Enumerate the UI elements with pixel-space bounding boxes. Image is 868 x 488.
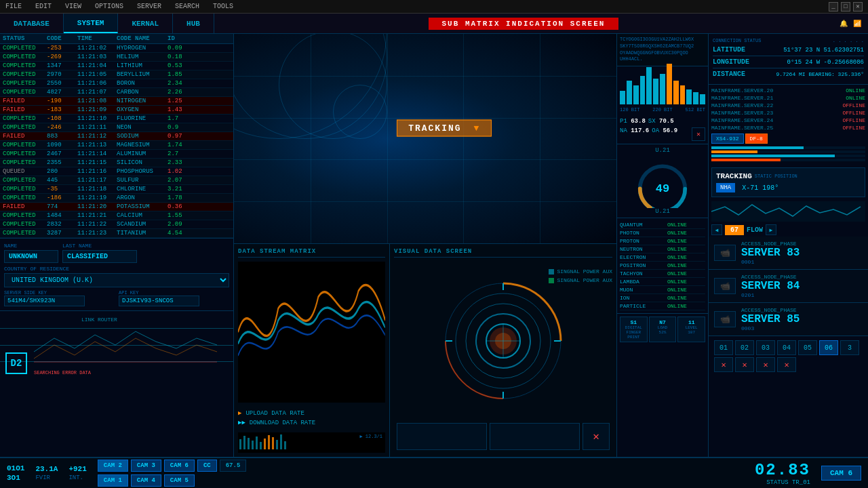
quantum-row: LAMBDA ONLINE 3502: [620, 278, 705, 286]
last-name-input[interactable]: [62, 250, 137, 263]
access-nodes: ACCESS_NODE_PHASE SERVER 83 0001 ACCESS_…: [709, 237, 868, 336]
menu-tools[interactable]: TOOLS: [213, 3, 233, 10]
bottom-label5: INT.: [68, 474, 86, 481]
histogram-bar: [667, 64, 672, 104]
upload-arrow-icon: ▶: [238, 409, 241, 417]
window-controls: _ □ ✕: [829, 2, 863, 12]
table-row: COMPLETED 2832 11:21:22 SCANDIUM 2.09: [0, 220, 233, 229]
vis-bar1: [397, 423, 487, 450]
bottom-val3: 23.1A: [35, 465, 58, 473]
tab-system[interactable]: SYSTEM: [64, 14, 119, 33]
metrics-row: P1 63.8 SX 70.5: [617, 115, 708, 127]
tab-kernal[interactable]: KERNAL: [118, 14, 173, 33]
flow-chart: [711, 201, 865, 222]
server-bars: [711, 146, 865, 161]
tab-database[interactable]: DATABASE: [0, 14, 64, 33]
center-panel: TRACKING ▼ DATA STREAM MATRIX: [234, 34, 617, 457]
wave-visualization: [238, 262, 385, 403]
cross-btn-4[interactable]: ✕: [777, 357, 796, 372]
radar-background: TRACKING ▼: [234, 34, 616, 243]
wifi-icon: 📶: [853, 20, 861, 28]
server-section: MAINFRAME.SERVER.20 ONLINE MAINFRAME.SER…: [709, 85, 868, 165]
access-node-85: ACCESS_NODE_PHASE SERVER 85 0003: [709, 303, 868, 336]
menu-edit[interactable]: EDIT: [35, 3, 52, 10]
table-row: COMPLETED 2467 11:21:14 ALUMINUM 2.7: [0, 150, 233, 159]
close-button[interactable]: ✕: [853, 2, 863, 12]
tabbar: DATABASE SYSTEM KERNAL HUB SUB MATRIX IN…: [0, 14, 868, 34]
cc-btn[interactable]: CC: [197, 460, 217, 472]
menu-file[interactable]: FILE: [5, 3, 22, 10]
cross-btn-3[interactable]: ✕: [756, 357, 775, 372]
col-id: ID: [167, 35, 191, 42]
stat-n7: N7 LOAD52%: [649, 317, 677, 342]
gauge-top-label: U.21: [655, 147, 670, 154]
menu-view[interactable]: VIEW: [65, 3, 81, 10]
close-metrics-btn[interactable]: ✕: [692, 127, 705, 141]
minimize-button[interactable]: _: [829, 2, 838, 12]
cam-3-btn[interactable]: CAM 3: [131, 460, 161, 472]
quantum-row: PARTICLE ONLINE 8654: [620, 302, 705, 310]
main-content: STATUS CODE TIME CODE NAME ID COMPLETED …: [0, 34, 868, 457]
table-row: FAILED 774 11:21:20 POTASSIUM 0.36: [0, 203, 233, 211]
cam-5-btn[interactable]: CAM 5: [164, 474, 195, 487]
gauge-right-label: U.21: [655, 208, 670, 215]
xs4-932-btn[interactable]: XS4-932: [711, 134, 744, 144]
histogram-bar: [686, 89, 692, 104]
flow-label: FLOW: [747, 226, 763, 234]
api-key-input[interactable]: [119, 296, 199, 306]
first-name-input[interactable]: [4, 250, 58, 263]
cam-2-btn[interactable]: CAM 2: [98, 460, 128, 472]
maximize-button[interactable]: □: [841, 2, 850, 12]
svg-rect-3: [248, 438, 250, 449]
svg-text:49: 49: [656, 182, 670, 195]
conn-status-label: CONNECTION STATUS: [713, 38, 761, 43]
col-code: CODE: [47, 35, 77, 42]
flow-prev-btn[interactable]: ◀: [711, 224, 722, 235]
cam-icon-83: [714, 245, 736, 261]
cam-4-btn[interactable]: CAM 4: [131, 474, 161, 487]
tab-hub[interactable]: HUB: [173, 14, 214, 33]
data-table: STATUS CODE TIME CODE NAME ID COMPLETED …: [0, 34, 233, 238]
num-btn-06[interactable]: 06: [819, 340, 838, 355]
cross-btn-2[interactable]: ✕: [735, 357, 754, 372]
num-btn-04[interactable]: 04: [777, 340, 796, 355]
num-btn-3[interactable]: 3: [840, 340, 859, 355]
cam6-badge[interactable]: CAM 6: [821, 466, 861, 481]
svg-rect-10: [276, 440, 278, 449]
quantum-rows: QUANTUM ONLINE 2174 PHOTON ONLINE 5242 P…: [620, 221, 705, 310]
table-row: FAILED -190 11:21:08 NITROGEN 1.25: [0, 97, 233, 106]
quantum-row: MUON ONLINE 6842: [620, 286, 705, 294]
table-row: QUEUED 280 11:21:16 PHOSPHORUS 1.02: [0, 167, 233, 176]
table-row: COMPLETED -246 11:21:11 NEON 0.9: [0, 123, 233, 132]
radar-section: TRACKING ▼: [234, 34, 616, 244]
metric-na: NA 117.6: [620, 127, 649, 141]
df8-btn[interactable]: DF-8: [745, 134, 768, 144]
num-btn-03[interactable]: 03: [756, 340, 775, 355]
quantum-section: QUANTUM ONLINE 2174 PHOTON ONLINE 5242 P…: [617, 218, 708, 313]
num-btn-02[interactable]: 02: [735, 340, 754, 355]
right-panel: TCYOG0GI3O3GU1VA2ZAH2LLW6X SKY7T5O8RGQXS…: [617, 34, 709, 457]
country-select[interactable]: UNITED KINGDOM (U.K): [4, 273, 229, 287]
quantum-row: PHOTON ONLINE 5242: [620, 229, 705, 237]
vis-close[interactable]: ✕: [583, 423, 610, 450]
gps-dist-row: DISTANCE 9.7264 MI BEARING: 325.336°: [713, 70, 864, 78]
time-display: 02.83 STATUS TR_01: [755, 461, 810, 486]
table-row: COMPLETED 1347 11:21:04 LITHIUM 0.53: [0, 62, 233, 70]
menu-options[interactable]: OPTIONS: [95, 3, 123, 10]
tracking-arrow: ▼: [473, 123, 480, 134]
menu-server[interactable]: SERVER: [137, 3, 161, 10]
flow-next-btn[interactable]: ▶: [766, 224, 776, 235]
bell-icon[interactable]: 🔔: [840, 20, 848, 28]
menu-search[interactable]: SEARCH: [175, 3, 199, 10]
server-item: MAINFRAME.SERVER.21 ONLINE: [711, 95, 865, 101]
gauge-svg: 49: [629, 157, 696, 208]
cam-1-btn[interactable]: CAM 1: [98, 474, 128, 487]
title-bar: SUB MATRIX INDICATION SCREEN: [214, 14, 833, 33]
cam-6-top-btn[interactable]: CAM 6: [164, 460, 195, 472]
server-key-input[interactable]: [4, 296, 85, 306]
download-arrow-icon: ▶▶: [238, 419, 245, 426]
table-row: COMPLETED 4827 11:21:07 CARBON 2.26: [0, 88, 233, 97]
cross-btn-1[interactable]: ✕: [714, 357, 733, 372]
num-btn-05[interactable]: 05: [798, 340, 817, 355]
num-btn-01[interactable]: 01: [714, 340, 733, 355]
